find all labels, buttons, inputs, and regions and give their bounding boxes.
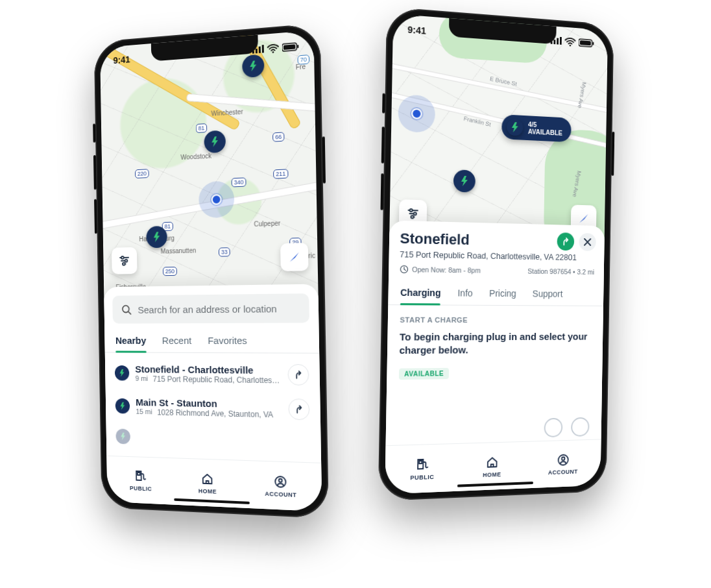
list-item[interactable]: [110, 422, 317, 456]
turn-icon: [560, 236, 570, 247]
tab-recent[interactable]: Recent: [162, 330, 191, 352]
start-charge-label: START A CHARGE: [400, 316, 592, 324]
directions-button[interactable]: [288, 398, 309, 420]
charger-dials: [544, 417, 589, 437]
status-time: 9:41: [407, 24, 426, 36]
charger-dial[interactable]: [571, 417, 590, 437]
house-icon: [200, 471, 215, 486]
charging-pin[interactable]: [146, 226, 167, 248]
phone-right: 9:41 E Bruce St Myers Ave Franklin St M: [378, 6, 614, 501]
house-icon: [485, 455, 500, 470]
bottom-nav: PUBLIC HOME ACCOUNT: [385, 439, 601, 494]
tab-nearby[interactable]: Nearby: [115, 330, 147, 352]
map[interactable]: 81 66 211 340 220 33 29 250 70 81 Winche…: [100, 31, 319, 313]
charging-pin[interactable]: [453, 169, 476, 193]
wifi-icon: [564, 36, 575, 47]
filter-icon: [406, 207, 420, 221]
pump-icon: [415, 457, 430, 472]
nav-home[interactable]: HOME: [198, 471, 217, 495]
bottom-nav: PUBLIC HOME ACCOUNT: [106, 456, 322, 511]
turn-icon: [293, 369, 304, 380]
locate-button[interactable]: [280, 243, 308, 271]
close-icon: [583, 238, 592, 247]
results-list: Stonefield - Charlottesville 9 mi 715 Po…: [105, 352, 321, 456]
charging-pin[interactable]: [204, 130, 226, 153]
user-location: [398, 94, 435, 133]
locate-icon: [577, 212, 590, 225]
result-tabs: Nearby Recent Favorites: [104, 330, 319, 354]
clock-icon: [400, 265, 409, 275]
bolt-icon: [459, 176, 470, 187]
list-item[interactable]: Main St - Staunton 15 mi 1028 Richmond A…: [109, 389, 317, 427]
turn-icon: [294, 404, 305, 415]
tab-favorites[interactable]: Favorites: [208, 330, 247, 352]
nav-public[interactable]: PUBLIC: [129, 469, 152, 492]
nav-account[interactable]: ACCOUNT: [548, 452, 578, 476]
battery-icon: [282, 42, 300, 51]
filter-icon: [118, 254, 130, 267]
bolt-icon: [507, 119, 524, 136]
close-button[interactable]: [579, 233, 596, 251]
locate-icon: [287, 251, 301, 264]
bolt-icon: [152, 232, 162, 242]
battery-icon: [579, 38, 594, 47]
account-icon: [557, 452, 570, 467]
filter-button[interactable]: [112, 247, 138, 275]
nav-home[interactable]: HOME: [483, 454, 501, 478]
station-tabs: Charging Info Pricing Support: [388, 282, 603, 306]
availability-badge[interactable]: 4/5AVAILABLE: [501, 114, 571, 142]
wifi-icon: [267, 43, 279, 54]
bolt-icon: [210, 136, 220, 147]
user-location: [199, 180, 235, 218]
pump-icon: [134, 469, 147, 483]
nav-public[interactable]: PUBLIC: [410, 457, 435, 481]
tab-charging[interactable]: Charging: [400, 282, 441, 304]
tab-support[interactable]: Support: [533, 284, 563, 306]
status-pill: AVAILABLE: [399, 367, 449, 379]
directions-button[interactable]: [287, 364, 309, 386]
start-charge-message: To begin charging plug in and select you…: [399, 330, 592, 358]
charger-dial[interactable]: [544, 418, 562, 437]
status-time: 9:41: [113, 54, 130, 66]
station-address: 715 Port Republic Road, Charlottesville,…: [400, 250, 594, 262]
station-meta: Station 987654 • 3.2 mi: [527, 267, 594, 276]
bolt-icon: [115, 365, 130, 381]
phone-left: 9:41 81 66 211 340 220 3: [94, 23, 329, 519]
list-item[interactable]: Stonefield - Charlottesville 9 mi 715 Po…: [108, 356, 316, 392]
tab-info[interactable]: Info: [457, 282, 473, 304]
search-icon: [121, 304, 132, 315]
bolt-icon: [248, 60, 258, 71]
nav-account[interactable]: ACCOUNT: [265, 474, 297, 498]
bolt-icon: [115, 398, 130, 414]
tab-pricing[interactable]: Pricing: [489, 283, 516, 305]
directions-button[interactable]: [557, 232, 574, 251]
search-input[interactable]: Search for an address or location: [112, 293, 309, 323]
search-placeholder: Search for an address or location: [138, 302, 277, 315]
account-icon: [273, 474, 288, 489]
bolt-icon: [115, 428, 130, 444]
